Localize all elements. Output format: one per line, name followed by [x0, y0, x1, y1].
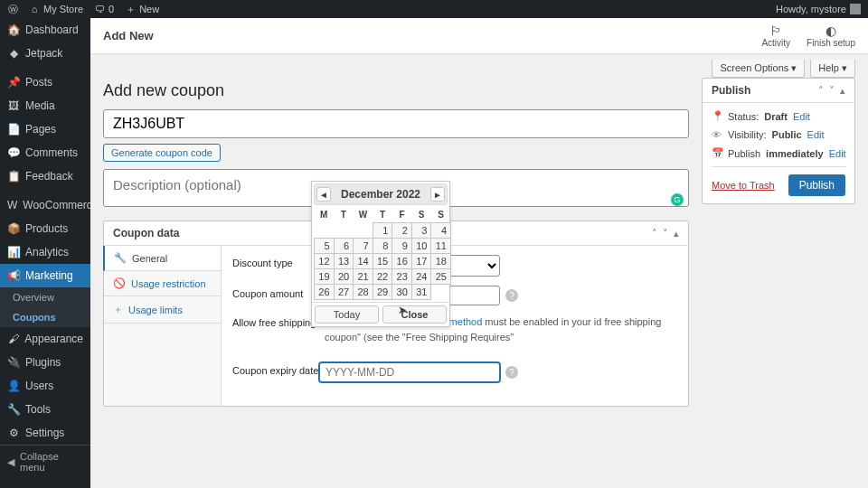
publish-button[interactable]: Publish: [788, 174, 845, 196]
sidebar-item-jetpack[interactable]: ◆Jetpack: [0, 42, 90, 65]
day-3[interactable]: 3: [411, 223, 431, 239]
finish-setup-button[interactable]: ◐Finish setup: [807, 23, 855, 48]
edit-schedule-link[interactable]: Edit: [829, 148, 846, 159]
menu-icon: 📦: [7, 222, 20, 235]
day-28[interactable]: 28: [354, 285, 373, 300]
day-31[interactable]: 31: [411, 285, 431, 300]
howdy-link[interactable]: Howdy, mystore: [776, 4, 861, 14]
panel-down-icon[interactable]: ˅: [829, 85, 835, 97]
collapse-menu[interactable]: ◀Collapse menu: [0, 445, 90, 478]
move-to-trash-link[interactable]: Move to Trash: [712, 180, 775, 191]
coupon-code-input[interactable]: [103, 109, 689, 138]
coupon-tab-usage-restriction[interactable]: 🚫Usage restriction: [104, 271, 221, 296]
sidebar-subitem-overview[interactable]: Overview: [0, 287, 90, 307]
sidebar-item-settings[interactable]: ⚙Settings: [0, 421, 90, 445]
help-icon[interactable]: ?: [505, 289, 518, 302]
menu-icon: 📊: [7, 246, 20, 258]
sidebar-item-posts[interactable]: 📌Posts: [0, 70, 90, 94]
tab-icon: 🔧: [114, 252, 127, 264]
menu-label: Posts: [25, 76, 52, 89]
dow-header: S: [411, 207, 431, 223]
tab-label: Usage restriction: [131, 278, 206, 289]
day-4[interactable]: 4: [431, 223, 451, 239]
sidebar-subitem-coupons[interactable]: Coupons: [0, 307, 90, 327]
day-30[interactable]: 30: [392, 285, 412, 300]
help-icon[interactable]: ?: [505, 366, 518, 379]
close-button[interactable]: Close: [382, 305, 447, 324]
day-13[interactable]: 13: [334, 254, 354, 269]
sidebar-item-users[interactable]: 👤Users: [0, 374, 90, 398]
day-12[interactable]: 12: [315, 254, 335, 269]
dow-header: S: [431, 207, 451, 223]
panel-toggle-icon[interactable]: ▴: [674, 228, 679, 239]
activity-icon: 🏳: [769, 23, 782, 38]
menu-label: Comments: [25, 146, 78, 159]
day-16[interactable]: 16: [392, 254, 412, 269]
grammarly-icon[interactable]: G: [671, 193, 684, 206]
coupon-tab-general[interactable]: 🔧General: [103, 246, 221, 271]
panel-up-icon[interactable]: ˄: [818, 85, 824, 97]
calendar-icon: 📅: [712, 147, 722, 159]
day-15[interactable]: 15: [373, 254, 392, 269]
day-26[interactable]: 26: [315, 285, 335, 300]
sidebar-item-appearance[interactable]: 🖌Appearance: [0, 327, 90, 351]
day-14[interactable]: 14: [354, 254, 373, 269]
sidebar-item-tools[interactable]: 🔧Tools: [0, 398, 90, 421]
day-27[interactable]: 27: [334, 285, 354, 300]
today-button[interactable]: Today: [315, 305, 379, 324]
day-10[interactable]: 10: [411, 239, 431, 254]
next-month-button[interactable]: ►: [430, 187, 445, 202]
day-17[interactable]: 17: [411, 254, 431, 269]
day-20[interactable]: 20: [334, 269, 354, 285]
day-23[interactable]: 23: [392, 269, 412, 285]
help-button[interactable]: Help ▾: [810, 60, 855, 78]
expiry-date-input[interactable]: [319, 362, 500, 382]
day-1[interactable]: 1: [373, 223, 392, 239]
day-6[interactable]: 6: [334, 239, 354, 254]
day-2[interactable]: 2: [392, 223, 412, 239]
panel-down-icon[interactable]: ˅: [663, 228, 668, 239]
dow-header: F: [392, 207, 412, 223]
sidebar-item-dashboard[interactable]: 🏠Dashboard: [0, 18, 90, 42]
sidebar-item-pages[interactable]: 📄Pages: [0, 117, 90, 141]
day-29[interactable]: 29: [373, 285, 392, 300]
wp-logo[interactable]: ⓦ: [7, 4, 18, 14]
day-21[interactable]: 21: [354, 269, 373, 285]
comments-link[interactable]: 🗨0: [94, 4, 114, 14]
day-22[interactable]: 22: [373, 269, 392, 285]
panel-up-icon[interactable]: ˄: [652, 228, 657, 239]
day-25[interactable]: 25: [431, 269, 451, 285]
sidebar-item-feedback[interactable]: 📋Feedback: [0, 164, 90, 188]
sidebar-item-media[interactable]: 🖼Media: [0, 94, 90, 117]
edit-status-link[interactable]: Edit: [793, 111, 810, 122]
coupon-tab-usage-limits[interactable]: ＋Usage limits: [104, 296, 221, 324]
header-title: Add New: [103, 29, 154, 42]
schedule-label: Publish: [728, 148, 760, 159]
activity-button[interactable]: 🏳Activity: [761, 23, 790, 48]
panel-toggle-icon[interactable]: ▴: [840, 85, 845, 97]
day-19[interactable]: 19: [315, 269, 335, 285]
collapse-label: Collapse menu: [20, 451, 83, 473]
avatar: [850, 4, 861, 14]
sidebar-item-analytics[interactable]: 📊Analytics: [0, 240, 90, 264]
day-24[interactable]: 24: [411, 269, 431, 285]
sidebar-item-woocommerce[interactable]: WWooCommerce: [0, 193, 90, 217]
new-link[interactable]: ＋New: [125, 4, 159, 14]
day-11[interactable]: 11: [431, 239, 451, 254]
menu-icon: 🔧: [7, 403, 20, 416]
screen-options-button[interactable]: Screen Options ▾: [712, 60, 805, 78]
day-8[interactable]: 8: [373, 239, 392, 254]
sidebar-item-comments[interactable]: 💬Comments: [0, 141, 90, 164]
sidebar-item-marketing[interactable]: 📢Marketing: [0, 264, 90, 287]
prev-month-button[interactable]: ◄: [316, 187, 331, 202]
day-18[interactable]: 18: [431, 254, 451, 269]
sidebar-item-plugins[interactable]: 🔌Plugins: [0, 351, 90, 374]
day-7[interactable]: 7: [354, 239, 373, 254]
site-link[interactable]: ⌂My Store: [29, 4, 83, 14]
edit-visibility-link[interactable]: Edit: [807, 129, 825, 140]
home-icon: ⌂: [29, 4, 40, 14]
day-5[interactable]: 5: [315, 239, 335, 254]
day-9[interactable]: 9: [392, 239, 412, 254]
sidebar-item-products[interactable]: 📦Products: [0, 217, 90, 240]
generate-coupon-button[interactable]: Generate coupon code: [103, 144, 221, 162]
